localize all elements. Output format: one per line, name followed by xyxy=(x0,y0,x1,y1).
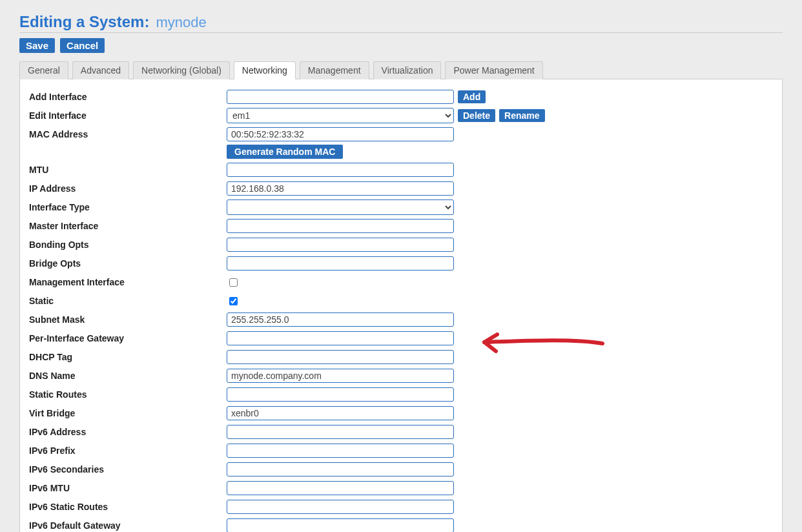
ip-address-input[interactable] xyxy=(227,181,454,196)
subnet-mask-input[interactable] xyxy=(227,312,454,327)
label-dns-name: DNS Name xyxy=(29,371,227,381)
bonding-opts-input[interactable] xyxy=(227,238,454,252)
label-master-interface: Master Interface xyxy=(29,221,227,231)
ipv6-prefix-input[interactable] xyxy=(227,444,454,458)
label-static: Static xyxy=(29,296,227,306)
label-mtu: MTU xyxy=(29,165,227,175)
label-ipv6-default-gateway: IPv6 Default Gateway xyxy=(29,520,227,531)
add-interface-button[interactable]: Add xyxy=(458,90,486,103)
label-edit-interface: Edit Interface xyxy=(29,110,227,121)
title-prefix: Editing a System: xyxy=(19,13,149,31)
mac-address-input[interactable] xyxy=(227,127,454,141)
tab-virtualization[interactable]: Virtualization xyxy=(373,61,442,79)
master-interface-input[interactable] xyxy=(227,219,454,233)
label-subnet-mask: Subnet Mask xyxy=(29,314,227,325)
bridge-opts-input[interactable] xyxy=(227,256,454,271)
mtu-input[interactable] xyxy=(227,163,454,177)
tab-networking-global[interactable]: Networking (Global) xyxy=(133,61,230,79)
ipv6-secondaries-input[interactable] xyxy=(227,462,454,476)
label-ipv6-static-routes: IPv6 Static Routes xyxy=(29,502,227,512)
label-ipv6-address: IPv6 Address xyxy=(29,427,227,437)
label-ipv6-secondaries: IPv6 Secondaries xyxy=(29,464,227,475)
delete-interface-button[interactable]: Delete xyxy=(458,109,495,122)
title-system-name: mynode xyxy=(156,14,206,31)
static-checkbox[interactable] xyxy=(229,297,238,305)
label-bonding-opts: Bonding Opts xyxy=(29,240,227,250)
label-ipv6-prefix: IPv6 Prefix xyxy=(29,445,227,456)
save-button[interactable]: Save xyxy=(19,38,55,53)
add-interface-input[interactable] xyxy=(227,90,454,104)
label-management-interface: Management Interface xyxy=(29,277,227,287)
label-ip-address: IP Address xyxy=(29,183,227,194)
tab-management[interactable]: Management xyxy=(300,61,369,79)
tab-networking[interactable]: Networking xyxy=(234,61,296,79)
generate-random-mac-button[interactable]: Generate Random MAC xyxy=(227,145,343,159)
static-routes-input[interactable] xyxy=(227,387,454,402)
page-title-bar: Editing a System: mynode xyxy=(19,13,783,33)
tab-general[interactable]: General xyxy=(19,61,68,79)
per-interface-gateway-input[interactable] xyxy=(227,331,454,345)
label-static-routes: Static Routes xyxy=(29,389,227,400)
label-per-interface-gateway: Per-Interface Gateway xyxy=(29,333,227,343)
networking-panel: Add Interface Add Edit Interface em1 Del… xyxy=(19,79,783,532)
tab-bar: General Advanced Networking (Global) Net… xyxy=(19,61,783,79)
label-bridge-opts: Bridge Opts xyxy=(29,258,227,269)
virt-bridge-input[interactable] xyxy=(227,406,454,420)
management-interface-checkbox[interactable] xyxy=(229,278,238,287)
dns-name-input[interactable] xyxy=(227,369,454,383)
edit-interface-select[interactable]: em1 xyxy=(227,108,454,123)
rename-interface-button[interactable]: Rename xyxy=(499,109,544,122)
label-dhcp-tag: DHCP Tag xyxy=(29,352,227,362)
ipv6-mtu-input[interactable] xyxy=(227,481,454,495)
label-add-interface: Add Interface xyxy=(29,92,227,102)
label-mac-address: MAC Address xyxy=(29,129,227,139)
tab-advanced[interactable]: Advanced xyxy=(72,61,129,79)
interface-type-select[interactable] xyxy=(227,200,454,215)
dhcp-tag-input[interactable] xyxy=(227,350,454,364)
label-interface-type: Interface Type xyxy=(29,202,227,212)
ipv6-default-gateway-input[interactable] xyxy=(227,518,454,532)
action-button-row: Save Cancel xyxy=(19,38,783,53)
label-virt-bridge: Virt Bridge xyxy=(29,408,227,418)
ipv6-address-input[interactable] xyxy=(227,425,454,439)
tab-power-management[interactable]: Power Management xyxy=(445,61,542,79)
ipv6-static-routes-input[interactable] xyxy=(227,500,454,514)
cancel-button[interactable]: Cancel xyxy=(60,38,105,53)
label-ipv6-mtu: IPv6 MTU xyxy=(29,483,227,493)
